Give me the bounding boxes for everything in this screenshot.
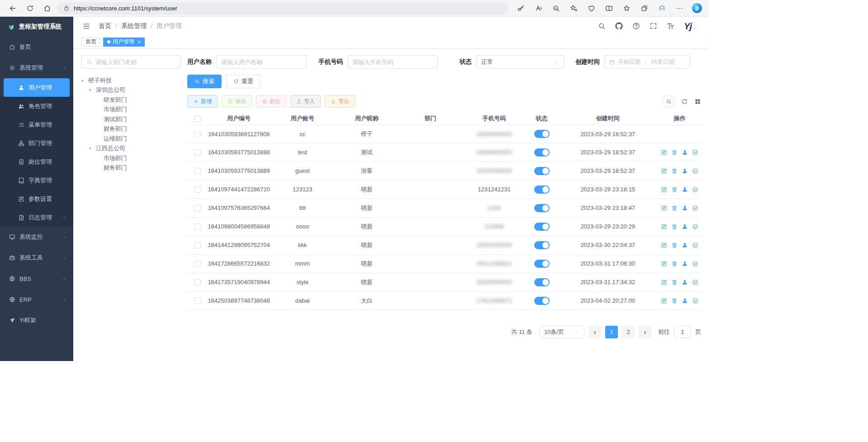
row-edit-icon[interactable] — [661, 261, 667, 267]
row-assign-role-icon[interactable] — [692, 168, 698, 174]
tree-node[interactable]: ▾深圳总公司 — [81, 86, 181, 95]
row-delete-icon[interactable] — [671, 242, 678, 248]
row-checkbox[interactable] — [194, 168, 201, 174]
sidebar-item-dept[interactable]: 部门管理 — [0, 134, 73, 152]
address-bar[interactable]: https://ccnetcore.com:1101/system/user — [57, 2, 508, 14]
split-screen-icon[interactable] — [601, 1, 617, 15]
question-icon[interactable] — [632, 22, 640, 30]
back-icon[interactable] — [5, 1, 20, 15]
bing-icon[interactable]: b — [689, 1, 705, 15]
row-delete-icon[interactable] — [671, 186, 678, 193]
select-all-checkbox[interactable] — [194, 116, 201, 122]
tree-node[interactable]: 研发部门 — [81, 95, 181, 105]
tree-node[interactable]: 财务部门 — [81, 163, 181, 173]
row-assign-role-icon[interactable] — [692, 242, 698, 248]
row-edit-icon[interactable] — [661, 149, 667, 156]
collections-icon[interactable] — [636, 1, 652, 15]
row-assign-role-icon[interactable] — [692, 223, 698, 230]
tab-close-icon[interactable]: × — [138, 39, 141, 45]
status-toggle[interactable] — [534, 241, 550, 249]
sidebar-item-system[interactable]: 系统管理 — [0, 57, 73, 78]
row-reset-password-icon[interactable] — [682, 298, 688, 304]
refresh-table-button[interactable] — [681, 98, 688, 105]
row-checkbox[interactable] — [194, 149, 201, 156]
row-checkbox[interactable] — [194, 242, 201, 248]
sidebar-item-dict[interactable]: 字典管理 — [0, 171, 73, 190]
row-reset-password-icon[interactable] — [682, 168, 688, 174]
date-range-picker[interactable]: 开始日期 - 结束日期 — [604, 55, 690, 69]
row-checkbox[interactable] — [194, 205, 201, 211]
row-edit-icon[interactable] — [661, 242, 667, 248]
zoom-out-icon[interactable] — [548, 1, 564, 15]
sidebar-item-role[interactable]: 角色管理 — [0, 97, 73, 115]
github-icon[interactable] — [615, 22, 623, 30]
tab-首页[interactable]: 首页 — [81, 38, 100, 47]
status-toggle[interactable] — [534, 223, 550, 231]
phone-input[interactable] — [352, 59, 433, 66]
search-icon[interactable] — [598, 22, 606, 30]
status-toggle[interactable] — [534, 278, 550, 286]
status-toggle[interactable] — [534, 297, 550, 305]
row-reset-password-icon[interactable] — [682, 223, 688, 230]
sidebar-item-yi[interactable]: Yi框架 — [0, 310, 73, 331]
username-input[interactable] — [221, 59, 302, 66]
tree-node[interactable]: 市场部门 — [81, 153, 181, 163]
goto-page-input[interactable] — [674, 326, 691, 338]
sidebar-item-bbs[interactable]: BBS — [0, 268, 73, 289]
row-assign-role-icon[interactable] — [692, 149, 698, 156]
row-edit-icon[interactable] — [661, 298, 667, 304]
row-edit-icon[interactable] — [661, 205, 667, 211]
page-1-button[interactable]: 1 — [605, 326, 618, 338]
sidebar-item-log[interactable]: 日志管理 — [0, 208, 73, 227]
tree-node[interactable]: 市场部门 — [81, 105, 181, 115]
row-checkbox[interactable] — [194, 186, 201, 193]
row-reset-password-icon[interactable] — [682, 149, 688, 156]
status-toggle[interactable] — [534, 167, 550, 175]
edit-button[interactable]: 修改 — [222, 95, 252, 108]
dept-search-input[interactable] — [95, 59, 176, 66]
reset-button[interactable]: 重置 — [226, 75, 261, 88]
row-assign-role-icon[interactable] — [692, 279, 698, 285]
user-avatar[interactable]: Yj — [684, 22, 697, 31]
row-assign-role-icon[interactable] — [692, 186, 698, 193]
status-toggle[interactable] — [534, 130, 550, 138]
tab-用户管理[interactable]: 用户管理× — [103, 38, 145, 47]
row-assign-role-icon[interactable] — [692, 205, 698, 211]
delete-button[interactable]: 删除 — [256, 95, 286, 108]
row-edit-icon[interactable] — [661, 168, 667, 174]
font-size-icon[interactable] — [667, 22, 674, 30]
sidebar-item-tools[interactable]: 系统工具 — [0, 247, 73, 268]
sidebar-item-erp[interactable]: ERP — [0, 289, 73, 310]
row-delete-icon[interactable] — [671, 205, 678, 211]
row-edit-icon[interactable] — [661, 279, 667, 285]
sidebar-item-config[interactable]: 参数设置 — [0, 190, 73, 208]
row-assign-role-icon[interactable] — [692, 298, 698, 304]
row-delete-icon[interactable] — [671, 149, 678, 156]
add-button[interactable]: 新增 — [187, 95, 218, 108]
export-button[interactable]: 导出 — [325, 95, 355, 108]
row-checkbox[interactable] — [194, 223, 201, 230]
page-size-select[interactable]: 10条/页 — [539, 326, 584, 338]
row-reset-password-icon[interactable] — [682, 186, 688, 193]
favorites-bar-icon[interactable] — [619, 1, 634, 15]
status-toggle[interactable] — [534, 204, 550, 212]
sidebar-item-user[interactable]: 用户管理 — [4, 78, 70, 97]
sidebar-item-menu[interactable]: 菜单管理 — [0, 115, 73, 134]
row-edit-icon[interactable] — [661, 186, 667, 193]
row-delete-icon[interactable] — [671, 298, 678, 304]
more-icon[interactable] — [672, 1, 687, 15]
home-icon[interactable] — [40, 1, 54, 15]
fullscreen-icon[interactable] — [650, 22, 657, 30]
sidebar-item-post[interactable]: 岗位管理 — [0, 152, 73, 171]
sidebar-item-home[interactable]: 首页 — [0, 37, 73, 57]
row-delete-icon[interactable] — [671, 168, 678, 174]
row-checkbox[interactable] — [194, 298, 201, 304]
essentials-icon[interactable] — [583, 1, 599, 15]
row-checkbox[interactable] — [194, 261, 201, 267]
reload-icon[interactable] — [23, 1, 37, 15]
row-checkbox[interactable] — [194, 131, 201, 138]
tree-node[interactable]: ▾橙子科技 — [81, 76, 181, 86]
breadcrumb-item[interactable]: 系统管理 — [121, 22, 147, 30]
import-button[interactable]: 导入 — [290, 95, 321, 108]
next-page-button[interactable]: › — [639, 326, 651, 338]
